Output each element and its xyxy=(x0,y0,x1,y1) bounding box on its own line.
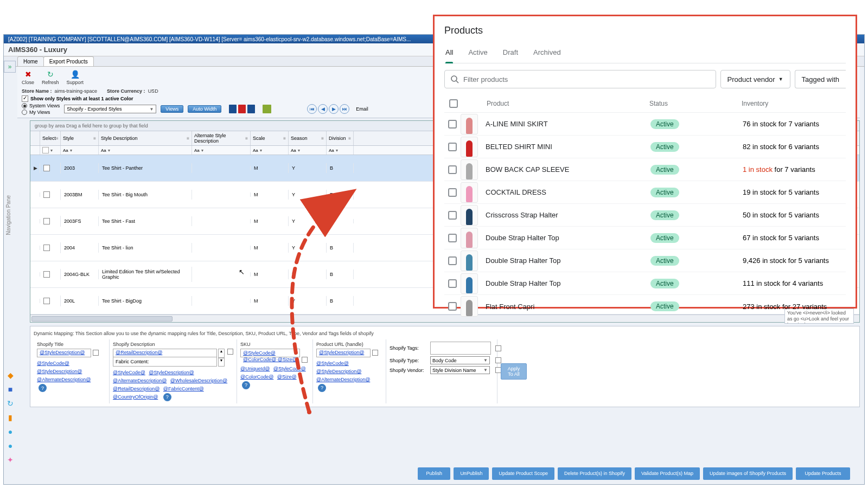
row-checkbox[interactable] xyxy=(43,218,50,224)
shopify-desc-input[interactable]: @RetailDescription@ xyxy=(113,349,217,357)
shopify-product-row[interactable]: A-LINE MINI SKIRT Active 76 in stock for… xyxy=(444,113,846,136)
help-icon[interactable]: ? xyxy=(39,384,47,392)
row-checkbox[interactable] xyxy=(43,191,50,198)
rail-icon-3[interactable]: ↻ xyxy=(4,397,17,410)
mapping-token[interactable]: @CountryOfOrigin@ xyxy=(113,394,158,400)
mapping-token[interactable]: @AlternateDescription@ xyxy=(113,378,167,383)
purl-checkbox[interactable] xyxy=(372,350,378,356)
shopify-product-row[interactable]: Crisscross Strap Halter Active 50 in sto… xyxy=(444,204,846,227)
update-scope-button[interactable]: Update Product Scope xyxy=(492,467,554,480)
mapping-token[interactable]: @StyleDescription@ xyxy=(37,369,82,374)
col-product[interactable]: Product xyxy=(486,100,649,107)
product-checkbox[interactable] xyxy=(448,211,457,220)
purl-input[interactable]: @StyleDescription@ xyxy=(316,349,371,357)
tags-input[interactable] xyxy=(430,342,491,355)
col-style-desc[interactable]: Style Description≡ xyxy=(99,131,192,145)
mapping-token[interactable]: @AlternateDescription@ xyxy=(37,377,91,382)
update-products-button[interactable]: Update Products xyxy=(796,467,850,480)
shopify-product-row[interactable]: Flat Front Capri Active 273 in stock for… xyxy=(444,295,846,318)
support-button[interactable]: 👤Support xyxy=(67,69,84,85)
mapping-token[interactable]: @StyleCode@ xyxy=(316,361,349,366)
mapping-token[interactable]: @UniqueId@ xyxy=(240,366,270,371)
rail-icon-7[interactable]: ✦ xyxy=(4,453,17,466)
nav-last-icon[interactable]: ⏭ xyxy=(340,104,349,114)
product-name[interactable]: Doube Strap Halter Top xyxy=(484,234,650,242)
product-name[interactable]: BELTED SHIRT MINI xyxy=(484,143,650,151)
nav-next-icon[interactable]: ▶ xyxy=(329,104,339,114)
col-status[interactable]: Status xyxy=(649,100,742,107)
col-style[interactable]: Style≡ xyxy=(61,131,99,145)
validate-map-button[interactable]: Validate Product(s) Map xyxy=(635,467,700,480)
desc-checkbox[interactable] xyxy=(227,349,233,355)
plus-icon[interactable] xyxy=(263,105,271,113)
tagged-with-dropdown[interactable]: Tagged with xyxy=(795,70,846,88)
autowidth-button[interactable]: Auto Width xyxy=(188,105,221,113)
mapping-token[interactable]: @FabricContent@ xyxy=(163,386,204,391)
col-division[interactable]: Division≡ xyxy=(327,131,354,145)
product-name[interactable]: A-LINE MINI SKIRT xyxy=(484,120,650,128)
mapping-token[interactable]: @StyleCode@ xyxy=(113,370,145,375)
mapping-token[interactable]: @StyleCode@ xyxy=(273,366,306,371)
row-checkbox[interactable] xyxy=(43,271,50,278)
product-checkbox[interactable] xyxy=(448,165,457,174)
mapping-token[interactable]: @StyleDescription@ xyxy=(149,370,194,375)
filter-select[interactable] xyxy=(42,147,49,153)
mapping-token[interactable]: @WholesaleDescription@ xyxy=(170,378,227,383)
product-checkbox[interactable] xyxy=(448,188,457,197)
navigation-pane-label[interactable]: Navigation Pane xyxy=(5,195,11,235)
publish-button[interactable]: Publish xyxy=(418,467,450,480)
help-icon[interactable]: ? xyxy=(163,393,171,401)
mapping-token[interactable]: @Size@ xyxy=(277,374,297,380)
shop-tab-draft[interactable]: Draft xyxy=(503,43,518,63)
vendor-dropdown[interactable]: Style Division Name▼ xyxy=(430,366,490,374)
shop-tab-archived[interactable]: Archived xyxy=(533,43,561,63)
mapping-token[interactable]: @StyleCode@ xyxy=(37,361,69,366)
mapping-token[interactable]: @ColorCode@ xyxy=(240,374,273,380)
product-checkbox[interactable] xyxy=(448,120,457,129)
product-checkbox[interactable] xyxy=(448,256,457,265)
update-images-button[interactable]: Update images of Shopify Products xyxy=(703,467,793,480)
nav-prev-icon[interactable]: ◀ xyxy=(318,104,328,114)
delete-shopify-button[interactable]: Delete Product(s) in Shopify xyxy=(558,467,631,480)
shopify-product-row[interactable]: Double Strap Halter Top Active 9,426 in … xyxy=(444,249,846,272)
shopify-product-row[interactable]: BOW BACK CAP SLEEVE Active 1 in stock fo… xyxy=(444,158,846,181)
sku-checkbox[interactable] xyxy=(302,357,308,363)
sku-input[interactable]: @StyleCode@ @ColorCode@ @Size@ xyxy=(240,349,300,357)
product-name[interactable]: Flat Front Capri xyxy=(484,303,650,311)
nav-first-icon[interactable]: ⏮ xyxy=(307,104,317,114)
product-name[interactable]: BOW BACK CAP SLEEVE xyxy=(484,165,650,174)
rail-icon-6[interactable]: ● xyxy=(4,439,17,452)
col-inventory[interactable]: Inventory xyxy=(742,100,845,107)
shopify-product-row[interactable]: BELTED SHIRT MINI Active 82 in stock for… xyxy=(444,136,846,158)
type-dropdown[interactable]: Body Code▼ xyxy=(430,356,490,364)
show-only-checkbox[interactable]: ✓ xyxy=(22,95,28,102)
views-button[interactable]: Views xyxy=(161,105,183,113)
radio-my-views[interactable] xyxy=(22,110,27,115)
apply-to-all-button[interactable]: Apply To All xyxy=(501,363,527,380)
shop-tab-all[interactable]: All xyxy=(445,43,453,63)
col-scale[interactable]: Scale≡ xyxy=(251,131,289,145)
col-alt-desc[interactable]: Alternate Style Description≡ xyxy=(192,131,251,145)
product-name[interactable]: Double Strap Halter Top xyxy=(484,256,650,265)
close-button[interactable]: ✖Close xyxy=(22,69,34,85)
rail-icon-2[interactable]: ■ xyxy=(4,383,17,396)
row-checkbox[interactable] xyxy=(43,165,50,171)
rail-icon-5[interactable]: ● xyxy=(4,425,17,438)
radio-system-views[interactable] xyxy=(22,103,27,108)
product-vendor-dropdown[interactable]: Product vendor▼ xyxy=(720,70,790,88)
rail-icon-4[interactable]: ▮ xyxy=(4,411,17,424)
product-checkbox[interactable] xyxy=(448,302,457,311)
color-set-icons[interactable] xyxy=(229,105,255,113)
row-checkbox[interactable] xyxy=(43,298,50,304)
shopify-product-row[interactable]: COCKTAIL DRESS Active 19 in stock for 5 … xyxy=(444,181,846,204)
shopify-search-input[interactable]: Filter products xyxy=(444,70,716,88)
unpublish-button[interactable]: UnPublish xyxy=(454,467,489,480)
shopify-product-row[interactable]: Double Strap Halter Top Active 111 in st… xyxy=(444,272,846,295)
mapping-token[interactable]: @RetailDescription@ xyxy=(113,386,159,391)
select-all-checkbox[interactable] xyxy=(449,99,458,108)
col-season[interactable]: Season≡ xyxy=(289,131,327,145)
views-dropdown[interactable]: Shopify - Exported Styles▼ xyxy=(64,105,156,113)
product-checkbox[interactable] xyxy=(448,234,457,242)
help-icon[interactable]: ? xyxy=(242,381,250,389)
shop-tab-active[interactable]: Active xyxy=(468,43,487,63)
